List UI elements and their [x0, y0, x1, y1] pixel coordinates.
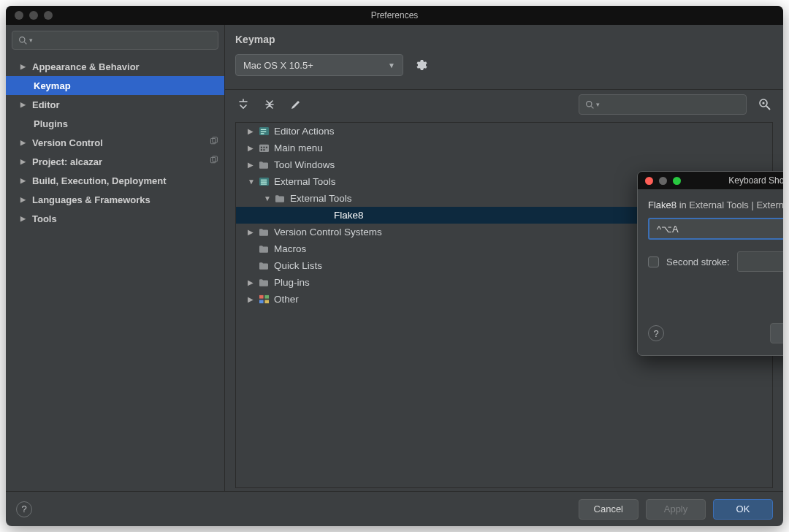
sidebar-item-build-execution-deployment[interactable]: ▶Build, Execution, Deployment — [6, 171, 224, 190]
svg-rect-24 — [260, 183, 266, 184]
question-icon: ? — [653, 328, 658, 339]
target-search-icon — [758, 98, 771, 111]
folder-icon — [258, 243, 270, 255]
panel-title: Keymap — [225, 25, 783, 51]
first-stroke-input[interactable]: ^⌥A ＋ — [648, 218, 783, 240]
tree-search[interactable]: ▾ — [579, 94, 747, 115]
preferences-footer: ? Cancel Apply OK — [6, 491, 783, 526]
second-stroke-checkbox[interactable] — [648, 256, 659, 267]
sidebar-item-tools[interactable]: ▶Tools — [6, 209, 224, 228]
spacer — [248, 245, 254, 253]
dialog-body: Flake8 in External Tools | External Tool… — [638, 189, 783, 355]
svg-rect-5 — [213, 156, 218, 162]
svg-rect-4 — [210, 157, 216, 162]
second-stroke-row: Second stroke: ＋ — [648, 251, 783, 272]
expand-all-icon — [237, 99, 249, 110]
sidebar-item-label: Build, Execution, Deployment — [32, 175, 166, 186]
sidebar-item-plugins[interactable]: Plugins — [6, 114, 224, 133]
sidebar-item-version-control[interactable]: ▶Version Control — [6, 133, 224, 152]
svg-rect-27 — [259, 300, 264, 303]
svg-rect-14 — [260, 133, 264, 134]
sidebar-search[interactable]: ▾ — [12, 31, 218, 50]
svg-point-0 — [20, 37, 25, 42]
dialog-titlebar: Keyboard Shortcut — [638, 172, 783, 189]
keymap-value: Mac OS X 10.5+ — [243, 60, 313, 71]
sidebar-item-editor[interactable]: ▶Editor — [6, 95, 224, 114]
copy-icon — [209, 156, 218, 167]
sidebar-item-label: Languages & Frameworks — [32, 194, 150, 205]
apply-button[interactable]: Apply — [646, 499, 706, 520]
find-action-button[interactable] — [757, 96, 773, 113]
sidebar-item-keymap[interactable]: Keymap — [6, 76, 224, 95]
chevron-down-icon: ▾ — [29, 37, 33, 44]
sidebar: ▾ ▶Appearance & BehaviorKeymap▶EditorPlu… — [6, 25, 225, 491]
svg-rect-28 — [264, 300, 269, 303]
expand-all-button[interactable] — [235, 96, 251, 113]
sidebar-item-project-alcazar[interactable]: ▶Project: alcazar — [6, 152, 224, 171]
sidebar-item-languages-frameworks[interactable]: ▶Languages & Frameworks — [6, 190, 224, 209]
question-icon: ? — [21, 503, 26, 514]
dialog-help-button[interactable]: ? — [648, 325, 664, 341]
keymap-settings-button[interactable] — [413, 58, 428, 72]
tree-row-label: Tool Windows — [274, 159, 335, 170]
chevron-down-icon: ▼ — [264, 194, 270, 202]
gear-icon — [414, 58, 427, 72]
teal-list-icon — [258, 126, 270, 137]
chevron-down-icon: ▼ — [248, 178, 254, 186]
chevron-right-icon: ▶ — [20, 101, 26, 108]
keymap-select[interactable]: Mac OS X 10.5+ ▼ — [235, 54, 403, 76]
keymap-controls: Mac OS X 10.5+ ▼ — [225, 51, 783, 89]
keyboard-shortcut-dialog: Keyboard Shortcut Flake8 in External Too… — [637, 171, 783, 356]
tree-toolbar: ▾ — [225, 90, 783, 119]
window-body: ▾ ▶Appearance & BehaviorKeymap▶EditorPlu… — [6, 25, 783, 491]
tree-row-label: Plug-ins — [274, 277, 310, 288]
spacer — [280, 211, 286, 219]
second-stroke-input[interactable]: ＋ — [737, 251, 783, 272]
svg-point-9 — [762, 102, 764, 104]
tree-row-label: Other — [274, 294, 299, 305]
action-path: in External Tools | External Tools — [676, 200, 783, 210]
collapse-all-button[interactable] — [262, 96, 278, 113]
shortcut-value: ^⌥A — [657, 224, 679, 235]
sidebar-item-label: Appearance & Behavior — [32, 61, 140, 72]
svg-rect-15 — [259, 145, 269, 152]
folder-icon — [274, 193, 286, 205]
tree-row-label: External Tools — [290, 193, 352, 204]
tree-row[interactable]: ▶Editor Actions — [236, 123, 772, 140]
search-icon — [18, 36, 28, 45]
cancel-button[interactable]: Cancel — [579, 499, 639, 520]
svg-line-7 — [591, 106, 593, 108]
folder-icon — [258, 260, 270, 272]
action-name: Flake8 — [648, 200, 676, 210]
svg-rect-2 — [210, 138, 216, 143]
tree-row[interactable]: ▶Main menu — [236, 140, 772, 156]
folder-icon — [258, 159, 270, 171]
chevron-right-icon: ▶ — [20, 139, 26, 146]
tree-row-label: Editor Actions — [274, 126, 335, 137]
chevron-right-icon: ▶ — [248, 228, 254, 236]
svg-rect-3 — [213, 137, 218, 142]
svg-rect-12 — [260, 129, 265, 130]
svg-rect-18 — [265, 147, 267, 148]
sidebar-item-label: Version Control — [32, 137, 103, 148]
chevron-right-icon: ▶ — [20, 158, 26, 165]
chevron-right-icon: ▶ — [20, 177, 26, 184]
collapse-all-icon — [264, 99, 275, 110]
chevron-right-icon: ▶ — [20, 215, 26, 222]
titlebar: Preferences — [6, 6, 783, 25]
dialog-title: Keyboard Shortcut — [638, 175, 783, 186]
svg-rect-17 — [263, 147, 264, 148]
edit-button[interactable] — [288, 96, 304, 113]
sidebar-item-appearance-behavior[interactable]: ▶Appearance & Behavior — [6, 57, 224, 76]
svg-rect-23 — [260, 182, 266, 183]
dialog-cancel-button[interactable]: Cancel — [770, 323, 783, 343]
help-button[interactable]: ? — [16, 501, 32, 517]
colorful-icon — [258, 294, 270, 305]
copy-icon — [209, 137, 218, 148]
svg-rect-26 — [264, 295, 269, 299]
dialog-footer: ? Cancel OK — [648, 323, 783, 343]
ok-button[interactable]: OK — [713, 499, 773, 520]
svg-rect-16 — [260, 147, 262, 148]
chevron-right-icon: ▶ — [248, 161, 254, 169]
second-stroke-label: Second stroke: — [666, 256, 730, 267]
